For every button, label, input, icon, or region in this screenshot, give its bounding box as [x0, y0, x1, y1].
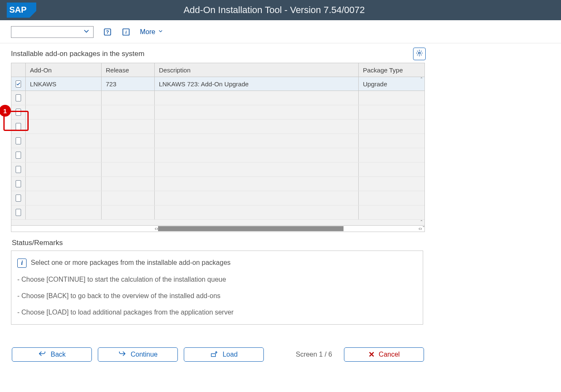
remark-continue: - Choose [CONTINUE] to start the calcula…	[17, 275, 417, 284]
back-button[interactable]: Back	[12, 347, 92, 362]
svg-text:SAP: SAP	[9, 5, 27, 14]
cell-addon: LNKAWS	[26, 77, 102, 91]
svg-text:i: i	[125, 29, 126, 35]
row-checkbox[interactable]	[16, 94, 21, 101]
gear-icon	[416, 49, 423, 59]
continue-label: Continue	[131, 351, 158, 358]
svg-text:?: ?	[106, 29, 109, 35]
command-field[interactable]	[11, 26, 94, 38]
svg-rect-7	[212, 354, 216, 357]
table-row[interactable]: LNKAWS 723 LNKAWS 723: Add-On Upgrade Up…	[11, 77, 424, 91]
col-header-release[interactable]: Release	[102, 63, 155, 77]
chevron-down-icon	[82, 27, 91, 37]
page-title: Add-On Installation Tool - Version 7.54/…	[36, 5, 554, 16]
chevron-down-icon: ˇ	[423, 226, 424, 232]
row-checkbox[interactable]	[16, 180, 21, 187]
chevron-up-icon: ˆ	[421, 77, 422, 83]
svg-point-6	[419, 52, 421, 54]
chevron-down-icon	[158, 28, 164, 36]
back-label: Back	[51, 351, 66, 358]
status-title: Status/Remarks	[12, 239, 426, 247]
cell-release: 723	[102, 77, 155, 91]
horizontal-scrollbar[interactable]: ‹ › ‹ › ˇ	[11, 225, 424, 232]
remark-info: Select one or more packages from the ins…	[31, 259, 231, 267]
cell-type: Upgrade	[359, 77, 418, 91]
chevron-up-icon: ˆ	[421, 220, 422, 226]
back-icon	[38, 349, 46, 360]
remark-back: - Choose [BACK] to go back to the overvi…	[17, 292, 417, 301]
row-checkbox[interactable]	[16, 152, 21, 159]
continue-button[interactable]: Continue	[98, 347, 178, 362]
remark-load: - Choose [LOAD] to load additional packa…	[17, 308, 417, 317]
load-button[interactable]: Load	[184, 347, 264, 362]
col-header-addon[interactable]: Add-On	[26, 63, 102, 77]
col-header-description[interactable]: Description	[155, 63, 359, 77]
cancel-label: Cancel	[379, 351, 400, 358]
row-checkbox[interactable]	[16, 80, 21, 88]
row-checkbox[interactable]	[16, 137, 21, 144]
continue-icon	[118, 349, 126, 360]
load-label: Load	[223, 351, 238, 358]
app-toolbar: ? i More	[0, 20, 561, 43]
row-checkbox[interactable]	[16, 209, 21, 216]
row-checkbox[interactable]	[16, 166, 21, 173]
section-title: Installable add-on packages in the syste…	[11, 50, 145, 58]
help-icon[interactable]: ?	[103, 27, 112, 37]
more-label: More	[140, 28, 155, 36]
packages-table: Add-On Release Description Package Type …	[11, 63, 425, 232]
screen-indicator: Screen 1 / 6	[271, 351, 332, 358]
shell-header: SAP Add-On Installation Tool - Version 7…	[0, 0, 561, 20]
info-icon[interactable]: i	[121, 27, 131, 37]
cell-description: LNKAWS 723: Add-On Upgrade	[155, 77, 359, 91]
footer-bar: Back Continue Load Screen 1 / 6 ✕ Cancel	[12, 347, 424, 362]
table-settings-button[interactable]	[413, 48, 426, 60]
more-menu[interactable]: More	[140, 28, 164, 36]
info-icon: i	[17, 259, 27, 268]
row-checkbox[interactable]	[16, 195, 21, 202]
sap-logo: SAP	[7, 3, 36, 18]
vertical-scrollbar[interactable]: ˆ ˆ	[419, 77, 424, 226]
load-icon	[210, 349, 218, 360]
chevron-right-icon: ›	[420, 226, 422, 232]
col-header-type[interactable]: Package Type	[359, 63, 418, 77]
close-icon: ✕	[368, 350, 375, 359]
remarks-box: i Select one or more packages from the i…	[11, 251, 423, 325]
cancel-button[interactable]: ✕ Cancel	[344, 347, 424, 362]
